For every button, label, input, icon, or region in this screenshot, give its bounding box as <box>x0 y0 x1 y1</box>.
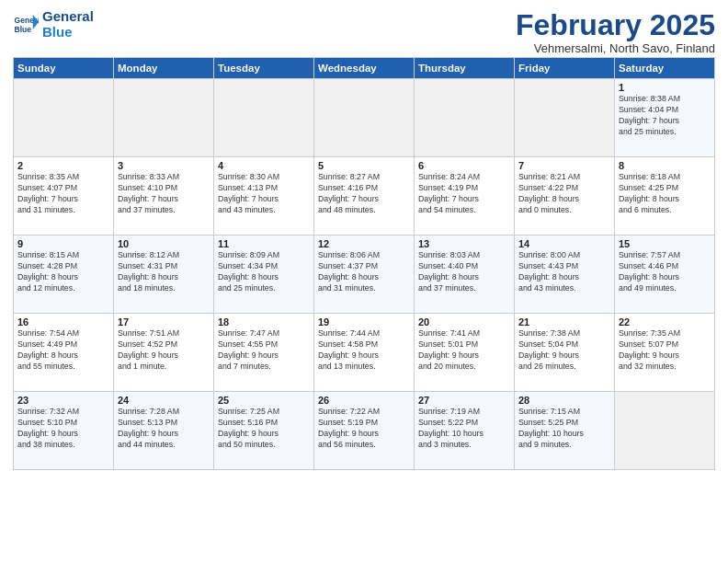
day-number: 14 <box>518 238 610 249</box>
day-number: 3 <box>118 160 210 171</box>
day-info: Sunrise: 8:06 AM Sunset: 4:37 PM Dayligh… <box>318 250 410 294</box>
day-info: Sunrise: 7:22 AM Sunset: 5:19 PM Dayligh… <box>318 407 410 451</box>
calendar-cell <box>214 79 314 157</box>
calendar-cell: 8Sunrise: 8:18 AM Sunset: 4:25 PM Daylig… <box>615 157 715 236</box>
calendar-cell: 11Sunrise: 8:09 AM Sunset: 4:34 PM Dayli… <box>214 236 314 314</box>
header-saturday: Saturday <box>615 58 715 79</box>
day-number: 21 <box>518 316 610 327</box>
day-info: Sunrise: 8:21 AM Sunset: 4:22 PM Dayligh… <box>518 172 610 216</box>
day-info: Sunrise: 8:27 AM Sunset: 4:16 PM Dayligh… <box>318 172 410 216</box>
calendar-cell <box>314 79 415 157</box>
calendar-cell: 21Sunrise: 7:38 AM Sunset: 5:04 PM Dayli… <box>515 314 615 392</box>
day-info: Sunrise: 8:30 AM Sunset: 4:13 PM Dayligh… <box>218 172 310 216</box>
calendar-cell <box>114 79 214 157</box>
day-number: 27 <box>418 395 510 406</box>
day-info: Sunrise: 8:35 AM Sunset: 4:07 PM Dayligh… <box>17 172 109 216</box>
day-info: Sunrise: 7:51 AM Sunset: 4:52 PM Dayligh… <box>118 328 210 373</box>
day-number: 15 <box>619 238 711 249</box>
day-info: Sunrise: 7:44 AM Sunset: 4:58 PM Dayligh… <box>318 328 410 373</box>
day-info: Sunrise: 8:00 AM Sunset: 4:43 PM Dayligh… <box>518 250 610 294</box>
calendar-cell: 20Sunrise: 7:41 AM Sunset: 5:01 PM Dayli… <box>415 314 515 392</box>
logo-line2: Blue <box>42 25 94 40</box>
day-info: Sunrise: 7:41 AM Sunset: 5:01 PM Dayligh… <box>418 328 510 373</box>
calendar-cell: 2Sunrise: 8:35 AM Sunset: 4:07 PM Daylig… <box>14 157 114 236</box>
day-number: 8 <box>619 160 711 171</box>
calendar-cell: 14Sunrise: 8:00 AM Sunset: 4:43 PM Dayli… <box>515 236 615 314</box>
calendar-cell: 3Sunrise: 8:33 AM Sunset: 4:10 PM Daylig… <box>114 157 214 236</box>
day-info: Sunrise: 7:28 AM Sunset: 5:13 PM Dayligh… <box>118 407 210 451</box>
calendar-cell: 5Sunrise: 8:27 AM Sunset: 4:16 PM Daylig… <box>314 157 415 236</box>
calendar-cell: 19Sunrise: 7:44 AM Sunset: 4:58 PM Dayli… <box>314 314 415 392</box>
calendar-cell: 23Sunrise: 7:32 AM Sunset: 5:10 PM Dayli… <box>14 392 114 470</box>
calendar-cell: 15Sunrise: 7:57 AM Sunset: 4:46 PM Dayli… <box>615 236 715 314</box>
day-number: 22 <box>619 316 711 327</box>
header-sunday: Sunday <box>14 58 114 79</box>
logo-line1: General <box>42 9 94 25</box>
day-number: 17 <box>118 316 210 327</box>
calendar-cell <box>515 79 615 157</box>
day-info: Sunrise: 7:32 AM Sunset: 5:10 PM Dayligh… <box>17 407 109 451</box>
day-info: Sunrise: 8:33 AM Sunset: 4:10 PM Dayligh… <box>118 172 210 216</box>
calendar-cell: 16Sunrise: 7:54 AM Sunset: 4:49 PM Dayli… <box>14 314 114 392</box>
day-info: Sunrise: 7:19 AM Sunset: 5:22 PM Dayligh… <box>418 407 510 451</box>
day-info: Sunrise: 7:54 AM Sunset: 4:49 PM Dayligh… <box>17 328 109 373</box>
calendar-table: SundayMondayTuesdayWednesdayThursdayFrid… <box>13 57 715 470</box>
calendar-cell: 26Sunrise: 7:22 AM Sunset: 5:19 PM Dayli… <box>314 392 415 470</box>
calendar-cell: 12Sunrise: 8:06 AM Sunset: 4:37 PM Dayli… <box>314 236 415 314</box>
day-number: 26 <box>318 395 410 406</box>
title-block: February 2025 Vehmersalmi, North Savo, F… <box>516 9 715 55</box>
day-number: 23 <box>17 395 109 406</box>
calendar-cell: 6Sunrise: 8:24 AM Sunset: 4:19 PM Daylig… <box>415 157 515 236</box>
calendar-cell: 18Sunrise: 7:47 AM Sunset: 4:55 PM Dayli… <box>214 314 314 392</box>
day-number: 10 <box>118 238 210 249</box>
day-number: 7 <box>518 160 610 171</box>
day-info: Sunrise: 8:24 AM Sunset: 4:19 PM Dayligh… <box>418 172 510 216</box>
month-title: February 2025 <box>516 9 715 41</box>
header-wednesday: Wednesday <box>314 58 415 79</box>
logo-icon: General Blue <box>13 12 39 38</box>
calendar-cell <box>415 79 515 157</box>
day-info: Sunrise: 7:35 AM Sunset: 5:07 PM Dayligh… <box>619 328 711 373</box>
day-info: Sunrise: 7:57 AM Sunset: 4:46 PM Dayligh… <box>619 250 711 294</box>
calendar-cell: 13Sunrise: 8:03 AM Sunset: 4:40 PM Dayli… <box>415 236 515 314</box>
day-number: 11 <box>218 238 310 249</box>
calendar-cell: 22Sunrise: 7:35 AM Sunset: 5:07 PM Dayli… <box>615 314 715 392</box>
calendar-cell: 27Sunrise: 7:19 AM Sunset: 5:22 PM Dayli… <box>415 392 515 470</box>
day-number: 24 <box>118 395 210 406</box>
day-number: 20 <box>418 316 510 327</box>
day-number: 9 <box>17 238 109 249</box>
calendar-cell <box>14 79 114 157</box>
calendar-cell <box>615 392 715 470</box>
day-number: 19 <box>318 316 410 327</box>
day-number: 18 <box>218 316 310 327</box>
calendar-cell: 10Sunrise: 8:12 AM Sunset: 4:31 PM Dayli… <box>114 236 214 314</box>
logo: General Blue General Blue <box>13 9 94 40</box>
day-number: 4 <box>218 160 310 171</box>
day-number: 6 <box>418 160 510 171</box>
day-number: 25 <box>218 395 310 406</box>
day-info: Sunrise: 8:09 AM Sunset: 4:34 PM Dayligh… <box>218 250 310 294</box>
header-friday: Friday <box>515 58 615 79</box>
day-info: Sunrise: 7:25 AM Sunset: 5:16 PM Dayligh… <box>218 407 310 451</box>
svg-text:Blue: Blue <box>15 24 32 33</box>
day-number: 5 <box>318 160 410 171</box>
day-info: Sunrise: 8:12 AM Sunset: 4:31 PM Dayligh… <box>118 250 210 294</box>
calendar-cell: 28Sunrise: 7:15 AM Sunset: 5:25 PM Dayli… <box>515 392 615 470</box>
subtitle: Vehmersalmi, North Savo, Finland <box>516 41 715 55</box>
day-number: 16 <box>17 316 109 327</box>
header-monday: Monday <box>114 58 214 79</box>
calendar-cell: 4Sunrise: 8:30 AM Sunset: 4:13 PM Daylig… <box>214 157 314 236</box>
header-thursday: Thursday <box>415 58 515 79</box>
calendar-cell: 24Sunrise: 7:28 AM Sunset: 5:13 PM Dayli… <box>114 392 214 470</box>
day-info: Sunrise: 8:03 AM Sunset: 4:40 PM Dayligh… <box>418 250 510 294</box>
calendar-cell: 9Sunrise: 8:15 AM Sunset: 4:28 PM Daylig… <box>14 236 114 314</box>
day-info: Sunrise: 8:15 AM Sunset: 4:28 PM Dayligh… <box>17 250 109 294</box>
day-info: Sunrise: 8:18 AM Sunset: 4:25 PM Dayligh… <box>619 172 711 216</box>
day-info: Sunrise: 8:38 AM Sunset: 4:04 PM Dayligh… <box>619 94 711 138</box>
day-info: Sunrise: 7:38 AM Sunset: 5:04 PM Dayligh… <box>518 328 610 373</box>
day-number: 2 <box>17 160 109 171</box>
calendar-cell: 17Sunrise: 7:51 AM Sunset: 4:52 PM Dayli… <box>114 314 214 392</box>
calendar-cell: 25Sunrise: 7:25 AM Sunset: 5:16 PM Dayli… <box>214 392 314 470</box>
day-info: Sunrise: 7:47 AM Sunset: 4:55 PM Dayligh… <box>218 328 310 373</box>
day-number: 12 <box>318 238 410 249</box>
